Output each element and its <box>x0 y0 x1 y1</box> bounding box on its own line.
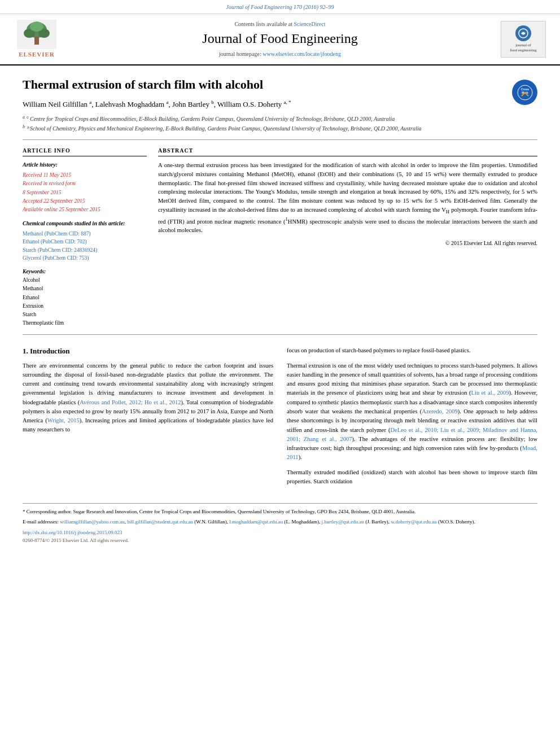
ref-averoux-pollet[interactable]: Avérous and Pollet, 2012; Ho et al., 201… <box>80 399 181 405</box>
copyright-line: © 2015 Elsevier Ltd. All rights reserved… <box>158 239 537 247</box>
journal-logo-right: journal offood engineering <box>498 21 549 58</box>
journal-header: ELSEVIER Contents lists available at Sci… <box>0 14 560 65</box>
contents-available: Contents lists available at ScienceDirec… <box>62 20 498 28</box>
doi-link[interactable]: http://dx.doi.org/10.1016/j.jfoodeng.201… <box>23 530 123 535</box>
chem-methanol-link[interactable]: Methanol (PubChem CID: 887) <box>23 231 91 237</box>
crossmark-area: Cross Mark <box>512 80 537 105</box>
affiliation-b: b ᵇ School of Chemistry, Physics and Mec… <box>23 124 537 133</box>
divider <box>23 139 537 140</box>
intro-para-3: Thermal extrusion is one of the most wid… <box>287 361 537 462</box>
logo-label: journal offood engineering <box>510 43 537 53</box>
article-history-label: Article history: <box>23 161 147 169</box>
page: Journal of Food Engineering 170 (2016) 9… <box>0 0 560 747</box>
journal-reference-bar: Journal of Food Engineering 170 (2016) 9… <box>0 0 560 14</box>
email-label-text: E-mail addresses: <box>23 519 59 525</box>
affiliation-a: a ° Centre for Tropical Crops and Biocom… <box>23 115 537 123</box>
email-jb-link[interactable]: j.bartley@qut.edu.au <box>321 519 364 525</box>
issn-line: 0260-8774/© 2015 Elsevier Ltd. All right… <box>23 537 537 545</box>
abstract-column: ABSTRACT A one-step thermal extrusion pr… <box>158 147 537 327</box>
food-engineering-icon <box>518 28 528 38</box>
chem-ethanol-link[interactable]: Ethanol (PubChem CID: 702) <box>23 239 87 244</box>
elsevier-tree-icon <box>17 20 56 49</box>
homepage-line: journal homepage: www.elsevier.com/locat… <box>62 50 498 58</box>
article-dates: Received 11 May 2015 Received in revised… <box>23 171 147 214</box>
journal-name: Journal of Food Engineering <box>62 29 498 49</box>
keyword-starch: Starch <box>23 312 36 317</box>
keyword-methanol: Methanol <box>23 286 43 291</box>
accepted-label: Accepted 22 September 2015 <box>23 198 85 204</box>
keywords-label: Keywords: <box>23 269 46 274</box>
svg-point-5 <box>30 21 43 32</box>
footnote-corresponding: * Corresponding author. Sugar Research a… <box>23 508 537 516</box>
jfe-icon <box>515 25 531 41</box>
email-wng-link[interactable]: williamgilfillan@yahoo.com.au <box>60 519 125 525</box>
keyword-extrusion: Extrusion <box>23 303 43 309</box>
journal-ref-text: Journal of Food Engineering 170 (2016) 9… <box>226 4 334 10</box>
ref-moad[interactable]: Moad, 2011 <box>287 445 537 460</box>
elsevier-wordmark: ELSEVIER <box>19 50 55 59</box>
keywords-section: Keywords: Alcohol Methanol Ethanol Extru… <box>23 268 147 327</box>
intro-para-2: focus on production of starch-based poly… <box>287 346 537 355</box>
chem-glycerol-link[interactable]: Glycerol (PubChem CID: 753) <box>23 255 89 261</box>
revised-label: Received in revised form8 September 2015 <box>23 181 76 195</box>
ref-liu-2009[interactable]: Liu et al., 2009 <box>471 390 509 396</box>
info-abstract-columns: ARTICLE INFO Article history: Received 1… <box>23 147 537 327</box>
received-label: Received 11 May 2015 <box>23 172 71 178</box>
chem-starch-link[interactable]: Starch (PubChem CID: 24836924) <box>23 247 97 253</box>
article-info-column: ARTICLE INFO Article history: Received 1… <box>23 147 147 327</box>
divider-2 <box>23 334 537 335</box>
keyword-alcohol: Alcohol <box>23 277 40 283</box>
footnote-emails: E-mail addresses: williamgilfillan@yahoo… <box>23 518 537 526</box>
journal-logo-box: journal offood engineering <box>501 21 546 58</box>
intro-section-title: 1. Introduction <box>23 346 273 356</box>
keyword-ethanol: Ethanol <box>23 295 40 300</box>
available-label: Available online 25 September 2015 <box>23 207 100 212</box>
ref-azeredo[interactable]: Azeredo, 2009 <box>422 408 457 414</box>
crossmark-badge: Cross Mark <box>512 80 537 105</box>
heat-word: heat <box>400 390 410 396</box>
crossmark-icon: Cross Mark <box>517 85 533 101</box>
journal-title-center: Contents lists available at ScienceDirec… <box>62 20 498 59</box>
intro-para-1: There are environmental concerns by the … <box>23 361 273 435</box>
ref-deleo[interactable]: DeLeo et al., 2010; Liu et al., 2009; Mi… <box>287 427 537 442</box>
article-info-heading: ARTICLE INFO <box>23 147 147 156</box>
chem-compounds-label: Chemical compounds studied in this artic… <box>23 220 147 228</box>
sciencedirect-link[interactable]: ScienceDirect <box>294 21 325 27</box>
ref-wright[interactable]: Wright, 2015 <box>47 417 80 423</box>
footnote-area: * Corresponding author. Sugar Research a… <box>23 503 537 544</box>
chem-compounds: Methanol (PubChem CID: 887) Ethanol (Pub… <box>23 230 147 262</box>
body-columns: 1. Introduction There are environmental … <box>23 346 537 492</box>
email-wng2-link[interactable]: bill.gilfillan@student.qut.edu.au <box>127 519 193 525</box>
intro-para-4: Thermally extruded modified (oxidized) s… <box>287 468 537 487</box>
article-content: Cross Mark Thermal extrusion of starch f… <box>0 65 560 556</box>
introduction-section: 1. Introduction There are environmental … <box>23 346 537 492</box>
email-wosd-link[interactable]: w.doherty@qut.edu.au <box>391 519 436 525</box>
svg-rect-4 <box>34 37 39 45</box>
elsevier-logo: ELSEVIER <box>11 20 62 59</box>
homepage-url[interactable]: www.elsevier.com/locate/jfoodeng <box>262 51 341 57</box>
article-title: Thermal extrusion of starch film with al… <box>23 77 537 93</box>
email-lm-link[interactable]: l.moghaddam@qut.edu.au <box>229 519 283 525</box>
keyword-thermoplastic: Thermoplastic film <box>23 320 64 326</box>
doi-line: http://dx.doi.org/10.1016/j.jfoodeng.201… <box>23 529 537 537</box>
abstract-text: A one-step thermal extrusion process has… <box>158 161 537 235</box>
body-col-right: focus on production of starch-based poly… <box>287 346 537 492</box>
body-col-left: 1. Introduction There are environmental … <box>23 346 273 492</box>
abstract-heading: ABSTRACT <box>158 147 537 156</box>
authors-line: William Neil Gilfillan a, Lalehvash Mogh… <box>23 99 537 110</box>
